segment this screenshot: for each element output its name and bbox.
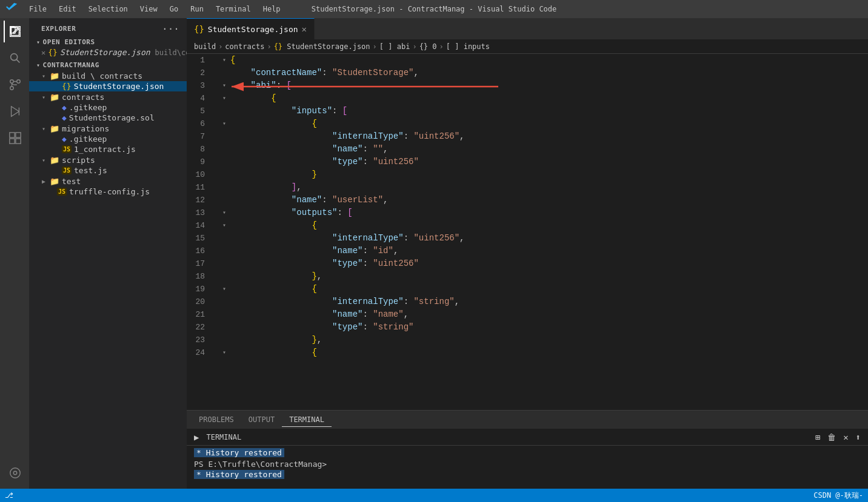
svg-point-3: [10, 80, 14, 84]
activity-bar: [0, 18, 29, 489]
panel-tabs: PROBLEMS OUTPUT TERMINAL: [187, 411, 868, 429]
open-editor-filename: StudentStorage.json: [60, 48, 150, 57]
code-line-14: ▾ {: [219, 219, 868, 232]
panel-close-btn[interactable]: ✕: [841, 431, 850, 443]
code-line-24: ▾ {: [219, 346, 868, 359]
fold-14[interactable]: ▾: [219, 221, 229, 231]
line-num-17: 17: [187, 257, 210, 270]
panel-toggle-btn[interactable]: ▶: [192, 431, 201, 443]
bottom-panel: PROBLEMS OUTPUT TERMINAL ▶ TERMINAL ⊞ 🗑 …: [187, 410, 868, 489]
statusbar-left: ⎇: [5, 491, 13, 500]
project-name: CONTRACTMANAG: [43, 61, 99, 69]
remote-activity-icon[interactable]: [4, 462, 25, 484]
line-num-22: 22: [187, 321, 210, 334]
code-line-21: "name": "name",: [219, 308, 868, 321]
svg-line-2: [16, 59, 19, 62]
window-title: StudentStorage.json - ContractManag - Vi…: [312, 5, 557, 13]
terminal-history-badge-1: * History restored: [194, 448, 284, 457]
breadcrumb-0[interactable]: {} 0: [419, 42, 437, 51]
explorer-activity-icon[interactable]: [4, 21, 25, 42]
sidebar-item-test-js[interactable]: JS test.js: [29, 165, 187, 176]
tab-close-btn[interactable]: ✕: [302, 24, 307, 34]
breadcrumb-inputs[interactable]: [ ] inputs: [446, 42, 490, 51]
menu-selection[interactable]: Selection: [84, 4, 133, 15]
line-num-2: 2: [187, 67, 210, 79]
code-editor[interactable]: 1 2 3 4 5 6 7 8 9 10 11 12 13 14 15 16 1: [187, 54, 868, 410]
panel-tab-problems[interactable]: PROBLEMS: [192, 413, 241, 427]
fold-6[interactable]: ▾: [219, 119, 229, 129]
line-num-1: 1: [187, 54, 210, 67]
sidebar-item-truffle-config[interactable]: JS truffle-config.js: [29, 187, 187, 197]
tab-studentstorage-json[interactable]: {} StudentStorage.json ✕: [187, 18, 315, 39]
open-editor-path: build\contracts: [155, 48, 187, 57]
sidebar-item-contracts[interactable]: ▾ 📁 contracts: [29, 91, 187, 102]
sidebar-item-build-contracts[interactable]: ▾ 📁 build \ contracts: [29, 70, 187, 81]
statusbar-remote-icon[interactable]: ⎇: [5, 491, 13, 500]
test-js-label: test.js: [74, 166, 107, 175]
sidebar-item-test[interactable]: ▶ 📁 test: [29, 176, 187, 187]
menu-terminal[interactable]: Terminal: [211, 4, 256, 15]
run-activity-icon[interactable]: [4, 101, 25, 122]
menu-view[interactable]: View: [135, 4, 162, 15]
sidebar-item-migrations[interactable]: ▾ 📁 migrations: [29, 123, 187, 134]
panel-tab-output[interactable]: OUTPUT: [241, 413, 282, 427]
sidebar-item-studentstorage-json[interactable]: {} StudentStorage.json: [29, 81, 187, 91]
menu-edit[interactable]: Edit: [54, 4, 81, 15]
open-editors-section[interactable]: ▾ Open Editors: [29, 37, 187, 47]
titlebar: File Edit Selection View Go Run Terminal…: [0, 0, 868, 18]
fold-19[interactable]: ▾: [219, 285, 229, 294]
js-icon2: JS: [62, 167, 72, 174]
close-editor-btn[interactable]: ✕: [41, 48, 45, 57]
fold-4[interactable]: ▾: [219, 94, 229, 104]
sidebar-more-button[interactable]: ···: [162, 23, 179, 35]
sidebar-item-scripts[interactable]: ▾ 📁 scripts: [29, 154, 187, 165]
code-line-16: "name": "id",: [219, 245, 868, 257]
panel-tab-terminal[interactable]: TERMINAL: [282, 413, 332, 427]
sidebar-item-studentstorage-sol[interactable]: ◆ StudentStorage.sol: [29, 113, 187, 123]
panel-toolbar: ▶ TERMINAL ⊞ 🗑 ✕ ⬆: [187, 429, 868, 446]
breadcrumb-contracts[interactable]: contracts: [225, 42, 264, 51]
breadcrumb-file[interactable]: {} StudentStorage.json: [274, 42, 370, 51]
extensions-activity-icon[interactable]: [4, 127, 25, 149]
project-section[interactable]: ▾ CONTRACTMANAG: [29, 60, 187, 70]
fold-24[interactable]: ▾: [219, 348, 229, 358]
1-contract-js-label: 1_contract.js: [74, 145, 136, 154]
sidebar-item-gitkeep2[interactable]: ◆ .gitkeep: [29, 134, 187, 144]
line-num-11: 11: [187, 181, 210, 194]
code-line-10: }: [219, 168, 868, 181]
folder-icon-contracts: 📁: [50, 93, 59, 102]
breadcrumb-abi[interactable]: [ ] abi: [379, 42, 410, 51]
contracts-chevron: ▾: [39, 92, 48, 102]
open-editor-item[interactable]: ✕ {} StudentStorage.json build\contracts: [29, 47, 187, 58]
menu-bar: File Edit Selection View Go Run Terminal…: [24, 4, 285, 15]
line-num-16: 16: [187, 245, 210, 257]
migrations-chevron: ▾: [39, 124, 48, 133]
sidebar-item-1-contract-js[interactable]: JS 1_contract.js: [29, 144, 187, 154]
panel-maximize-btn[interactable]: ⬆: [853, 431, 863, 443]
panel-split-btn[interactable]: ⊞: [813, 431, 823, 443]
migrations-label: migrations: [62, 124, 109, 133]
sidebar-item-gitkeep1[interactable]: ◆ .gitkeep: [29, 102, 187, 113]
code-line-19: ▾ {: [219, 283, 868, 296]
menu-file[interactable]: File: [24, 4, 52, 15]
fold-3[interactable]: ▾: [219, 81, 229, 91]
menu-go[interactable]: Go: [165, 4, 183, 15]
tab-filename: StudentStorage.json: [208, 25, 298, 34]
source-control-activity-icon[interactable]: [4, 74, 25, 96]
menu-help[interactable]: Help: [258, 4, 285, 15]
menu-run[interactable]: Run: [185, 4, 209, 15]
fold-13[interactable]: ▾: [219, 208, 229, 218]
folder-icon-scripts: 📁: [50, 156, 59, 165]
terminal-content[interactable]: * History restored PS E:\Truffle\Contrac…: [187, 446, 868, 489]
fold-1[interactable]: ▾: [219, 56, 229, 65]
panel-trash-btn[interactable]: 🗑: [825, 431, 838, 443]
breadcrumb-build[interactable]: build: [194, 42, 216, 51]
svg-point-1: [11, 54, 18, 61]
main-layout: Explorer ··· ▾ Open Editors ✕ {} Student…: [0, 18, 868, 489]
line-num-9: 9: [187, 156, 210, 168]
svg-marker-6: [12, 107, 19, 117]
tab-file-icon: {}: [194, 24, 204, 34]
search-activity-icon[interactable]: [4, 47, 25, 69]
code-line-23: },: [219, 334, 868, 346]
test-label: test: [62, 177, 81, 186]
